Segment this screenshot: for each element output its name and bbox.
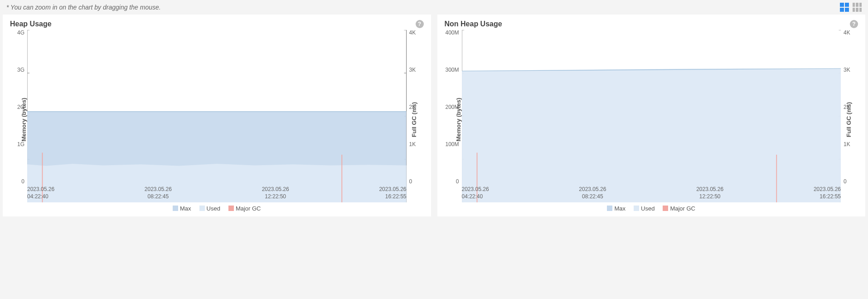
y-ticks-right: 4K 3K 2K 1K 0	[407, 30, 424, 184]
help-icon[interactable]: ?	[850, 20, 858, 28]
y-ticks-left: 400M 300M 200M 100M 0	[445, 30, 461, 184]
x-ticks: 2023.05.2604:22:40 2023.05.2608:22:45 20…	[462, 186, 841, 202]
panel-title: Non Heap Usage	[445, 20, 502, 28]
svg-marker-29	[462, 69, 841, 202]
panel-non-heap-usage: Non Heap Usage ? Memory (bytes) Full GC …	[437, 15, 866, 216]
panels-row: Heap Usage ? Memory (bytes) Full GC (ms)…	[0, 15, 868, 219]
chart-legend: Max Used Major GC	[10, 202, 424, 212]
panel-heap-usage: Heap Usage ? Memory (bytes) Full GC (ms)…	[3, 15, 431, 216]
chart-legend: Max Used Major GC	[445, 202, 858, 212]
plot-area[interactable]	[27, 30, 407, 202]
legend-item-gc[interactable]: Major GC	[663, 205, 695, 212]
legend-item-used[interactable]: Used	[199, 205, 220, 212]
legend-item-max[interactable]: Max	[607, 205, 626, 212]
layout-2x2-icon[interactable]	[840, 3, 849, 12]
zoom-hint: * You can zoom in on the chart by draggi…	[6, 4, 161, 11]
layout-3x2-icon[interactable]	[853, 3, 862, 12]
y-ticks-left: 4G 3G 2G 1G 0	[10, 30, 26, 184]
x-ticks: 2023.05.2604:22:40 2023.05.2608:22:45 20…	[27, 186, 407, 202]
legend-item-max[interactable]: Max	[173, 205, 191, 212]
plot-area[interactable]	[462, 30, 841, 202]
chart-non-heap[interactable]: Memory (bytes) Full GC (ms) 400M 300M 20…	[445, 30, 858, 202]
layout-toggle-group	[840, 3, 862, 12]
y-ticks-right: 4K 3K 2K 1K 0	[842, 30, 858, 184]
help-icon[interactable]: ?	[416, 20, 424, 28]
legend-item-used[interactable]: Used	[634, 205, 655, 212]
top-bar: * You can zoom in on the chart by draggi…	[0, 0, 868, 15]
legend-item-gc[interactable]: Major GC	[228, 205, 261, 212]
panel-title: Heap Usage	[10, 20, 52, 28]
chart-heap[interactable]: Memory (bytes) Full GC (ms) 4G 3G 2G 1G …	[10, 30, 424, 202]
